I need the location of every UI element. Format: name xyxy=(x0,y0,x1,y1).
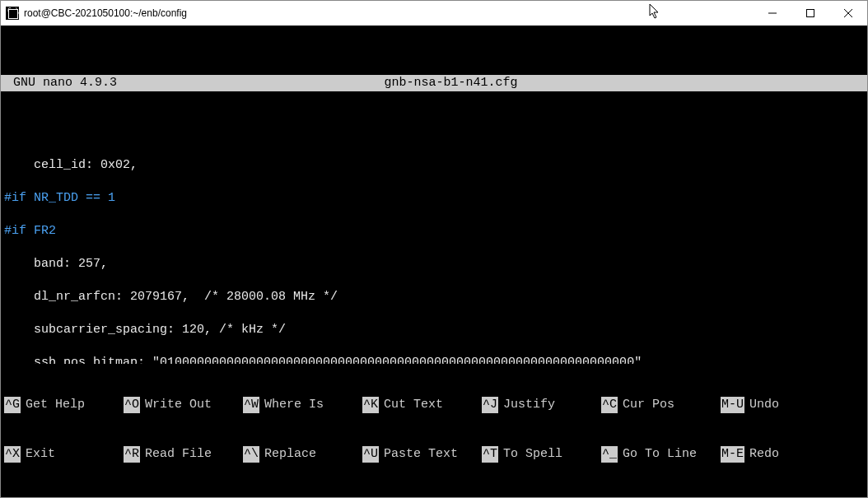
code-line: #if NR_TDD == 1 xyxy=(4,190,864,207)
shortcut-write-out[interactable]: ^OWrite Out xyxy=(124,397,243,413)
shortcut-redo[interactable]: M-ERedo xyxy=(721,446,803,463)
window-titlebar[interactable]: C:\ root@CBC-2021050100:~/enb/config xyxy=(1,1,867,26)
shortcut-undo[interactable]: M-UUndo xyxy=(721,397,803,413)
shortcut-get-help[interactable]: ^GGet Help xyxy=(4,397,124,413)
shortcut-where-is[interactable]: ^WWhere Is xyxy=(243,397,362,413)
window-title: root@CBC-2021050100:~/enb/config xyxy=(24,7,187,19)
shortcut-to-spell[interactable]: ^TTo Spell xyxy=(482,446,601,463)
nano-header-right xyxy=(785,75,867,91)
code-line: cell_id: 0x02, xyxy=(4,157,864,174)
titlebar-left: C:\ root@CBC-2021050100:~/enb/config xyxy=(6,7,187,20)
terminal-body[interactable]: GNU nano 4.9.3 gnb-nsa-b1-n41.cfg cell_i… xyxy=(1,26,867,497)
shortcut-justify[interactable]: ^JJustify xyxy=(482,397,601,413)
shortcut-cur-pos[interactable]: ^CCur Pos xyxy=(601,397,721,413)
shortcut-cut-text[interactable]: ^KCut Text xyxy=(362,397,482,413)
nano-app-label: GNU nano 4.9.3 xyxy=(1,75,117,91)
code-line: dl_nr_arfcn: 2079167, /* 28000.08 MHz */ xyxy=(4,289,864,305)
code-line: #if FR2 xyxy=(4,223,864,240)
code-line: subcarrier_spacing: 120, /* kHz */ xyxy=(4,322,864,338)
maximize-button[interactable] xyxy=(791,1,829,26)
code-line: band: 257, xyxy=(4,256,864,272)
terminal-window: C:\ root@CBC-2021050100:~/enb/config GNU… xyxy=(0,0,868,498)
shortcut-read-file[interactable]: ^RRead File xyxy=(124,446,243,463)
shortcut-go-to-line[interactable]: ^_Go To Line xyxy=(601,446,721,463)
window-controls xyxy=(754,1,867,26)
minimize-button[interactable] xyxy=(754,1,791,26)
shortcut-paste-text[interactable]: ^UPaste Text xyxy=(362,446,482,463)
shortcut-replace[interactable]: ^\Replace xyxy=(243,446,362,463)
cmd-icon: C:\ xyxy=(6,7,19,20)
mouse-cursor-icon xyxy=(649,4,660,21)
shortcut-row-1: ^GGet Help ^OWrite Out ^WWhere Is ^KCut … xyxy=(4,397,864,413)
nano-filename: gnb-nsa-b1-n41.cfg xyxy=(117,75,785,91)
nano-header: GNU nano 4.9.3 gnb-nsa-b1-n41.cfg xyxy=(1,75,867,91)
svg-rect-1 xyxy=(807,10,814,17)
shortcut-exit[interactable]: ^XExit xyxy=(4,446,124,463)
shortcut-row-2: ^XExit ^RRead File ^\Replace ^UPaste Tex… xyxy=(4,446,864,463)
nano-footer: ^GGet Help ^OWrite Out ^WWhere Is ^KCut … xyxy=(1,364,867,497)
close-button[interactable] xyxy=(829,1,867,26)
